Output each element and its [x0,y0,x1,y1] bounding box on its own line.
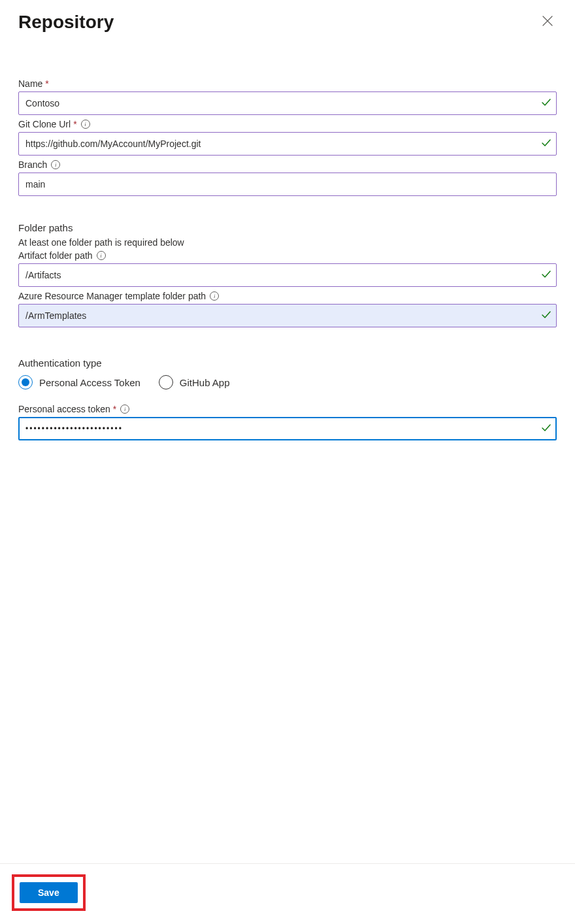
armpath-label: Azure Resource Manager template folder p… [18,291,557,301]
label-text: Artifact folder path [18,250,93,261]
page-title: Repository [18,12,114,33]
save-button[interactable]: Save [20,882,78,903]
label-text: Personal access token [18,404,110,414]
auth-title: Authentication type [18,357,557,369]
form-body: Name * Git Clone Url * i Branch i [18,78,557,863]
armpath-input[interactable] [18,304,557,327]
radio-indicator [159,375,173,389]
info-icon[interactable]: i [120,404,129,414]
folderpaths-title: Folder paths [18,222,557,233]
close-icon [542,16,553,26]
label-text: Branch [18,159,47,170]
artifact-label: Artifact folder path i [18,250,557,261]
label-text: Name [18,78,42,89]
info-icon[interactable]: i [210,291,219,301]
branch-label: Branch i [18,159,557,170]
info-icon[interactable]: i [51,160,60,169]
branch-input[interactable] [18,173,557,196]
giturl-label: Git Clone Url * i [18,119,557,129]
radio-personal-access-token[interactable]: Personal Access Token [18,375,140,389]
label-text: Azure Resource Manager template folder p… [18,291,206,301]
required-asterisk: * [113,404,116,414]
name-input[interactable] [18,91,557,115]
radio-label: Personal Access Token [39,377,140,388]
pat-label: Personal access token * i [18,404,557,414]
name-label: Name * [18,78,557,89]
close-button[interactable] [538,12,557,30]
radio-indicator [18,375,33,389]
radio-github-app[interactable]: GitHub App [159,375,230,389]
panel-footer: Save [0,863,575,924]
info-icon[interactable]: i [81,120,90,129]
giturl-input[interactable] [18,132,557,156]
required-asterisk: * [73,119,76,129]
folderpaths-helper: At least one folder path is required bel… [18,237,557,248]
auth-radio-group: Personal Access Token GitHub App [18,375,557,389]
pat-input[interactable] [18,417,557,440]
label-text: Git Clone Url [18,119,71,129]
artifact-input[interactable] [18,263,557,287]
required-asterisk: * [45,78,48,89]
panel-header: Repository [18,12,557,33]
save-highlight-box: Save [12,874,86,911]
radio-label: GitHub App [180,377,230,388]
info-icon[interactable]: i [97,251,106,260]
